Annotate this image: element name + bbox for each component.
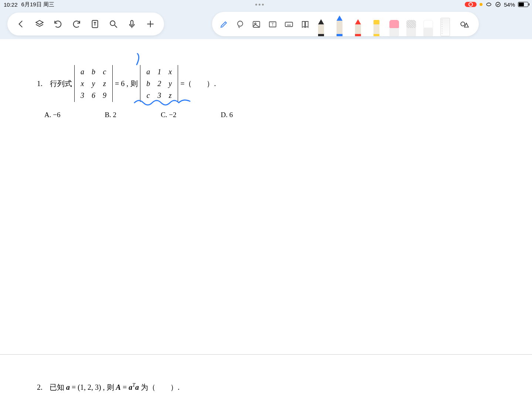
- q2-eq: =: [121, 383, 129, 391]
- shapes-button[interactable]: [458, 18, 471, 31]
- svg-text:T: T: [272, 23, 274, 27]
- toolbar: T: [0, 9, 532, 39]
- q2-prefix: 已知: [50, 383, 66, 391]
- nav-pill: [7, 13, 164, 35]
- q1-options: A. −6 B. 2 C. −2 D. 6: [44, 110, 233, 120]
- textbox-button[interactable]: T: [267, 19, 278, 30]
- ink-stroke-1: [133, 52, 144, 67]
- multitask-dots[interactable]: [255, 4, 264, 6]
- svg-line-6: [115, 25, 117, 28]
- mic-button[interactable]: [126, 18, 137, 30]
- q1-label: 行列式: [50, 78, 72, 89]
- pen-black[interactable]: [316, 16, 327, 36]
- q1-option-b: B. 2: [105, 110, 116, 120]
- q1-determinant-2: a1x b2y c3z: [140, 65, 178, 102]
- q2-a1: a: [129, 383, 132, 391]
- q1-then: 则: [130, 78, 138, 89]
- bookmark-button[interactable]: [300, 19, 310, 30]
- undo-button[interactable]: [52, 18, 64, 30]
- orientation-lock-icon: [485, 2, 492, 7]
- lasso-button[interactable]: [235, 19, 245, 30]
- search-button[interactable]: [108, 18, 119, 30]
- highlighter-yellow[interactable]: [371, 16, 382, 36]
- svg-rect-7: [131, 20, 133, 25]
- screen-record-pill[interactable]: [465, 2, 477, 7]
- question-1: 1. 行列式 abc xyz 369 = 6 , 则 a1x b2y c3z =…: [37, 65, 233, 120]
- pen-mode-button[interactable]: [219, 19, 229, 30]
- image-button[interactable]: [251, 19, 262, 30]
- svg-point-0: [496, 2, 500, 7]
- q2-then: 则: [107, 383, 116, 391]
- pen-blue[interactable]: [334, 12, 345, 36]
- q2-number: 2.: [37, 383, 42, 391]
- sync-icon: [495, 1, 501, 7]
- q2-mat: A: [116, 383, 121, 391]
- q1-number: 1.: [37, 78, 42, 89]
- question-2: 2. 已知 a = (1, 2, 3) , 则 A = aTa 为（ ）.: [37, 382, 180, 392]
- pen-tray: [316, 12, 450, 36]
- q1-option-d: D. 6: [221, 110, 233, 120]
- q2-suffix: 为（ ）.: [141, 383, 180, 391]
- svg-point-22: [461, 22, 465, 26]
- drawing-pill: T: [212, 12, 479, 36]
- q1-eq1: = 6 ,: [115, 78, 128, 89]
- mic-indicator-dot: [480, 3, 482, 6]
- q1-option-c: C. −2: [161, 110, 176, 120]
- ruler-tool[interactable]: [440, 18, 450, 36]
- layers-button[interactable]: [34, 18, 45, 30]
- back-button[interactable]: [16, 18, 27, 30]
- status-date: 6月19日 周三: [21, 1, 54, 8]
- svg-rect-16: [285, 22, 293, 27]
- q1-option-a: A. −6: [44, 110, 60, 120]
- keyboard-button[interactable]: [284, 19, 294, 30]
- q2-sup: T: [132, 382, 135, 388]
- q2-a2: a: [135, 383, 139, 391]
- pen-red[interactable]: [352, 16, 364, 36]
- note-canvas[interactable]: 1. 行列式 abc xyz 369 = 6 , 则 a1x b2y c3z =…: [0, 39, 532, 399]
- svg-point-11: [238, 21, 243, 26]
- q2-value: = (1, 2, 3) ,: [70, 383, 105, 391]
- q1-eq2: =（ ）.: [180, 78, 216, 89]
- eraser-white[interactable]: [423, 18, 433, 36]
- eraser-pink[interactable]: [389, 18, 399, 36]
- q2-vec: a: [66, 383, 70, 391]
- status-bar: 10:22 6月19日 周三 54%: [0, 0, 532, 9]
- redo-button[interactable]: [71, 18, 82, 30]
- page-divider: [0, 354, 532, 355]
- svg-point-5: [110, 21, 115, 25]
- page-settings-button[interactable]: [89, 18, 100, 30]
- svg-marker-1: [36, 20, 43, 24]
- battery-icon: [518, 2, 528, 7]
- q1-determinant-1: abc xyz 369: [74, 65, 113, 102]
- status-time: 10:22: [4, 1, 18, 8]
- smudge-tool[interactable]: [406, 18, 416, 36]
- battery-percent: 54%: [504, 1, 515, 8]
- add-button[interactable]: [145, 18, 156, 30]
